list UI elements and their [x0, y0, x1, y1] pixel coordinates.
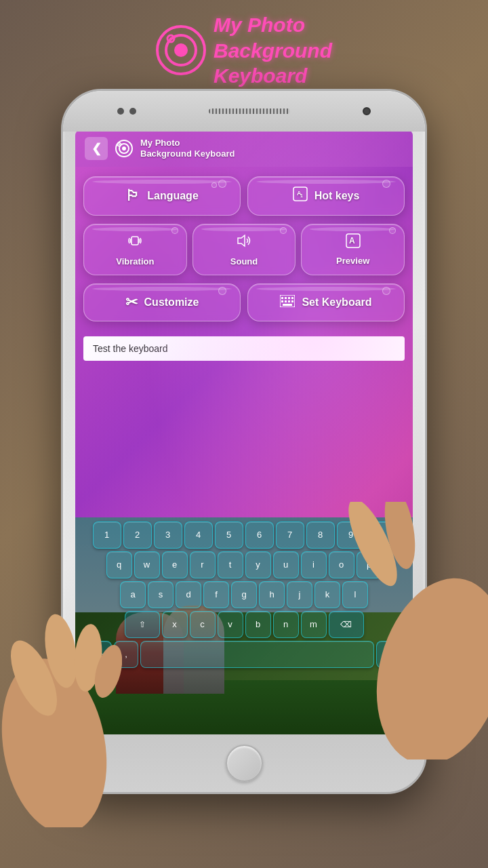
- phone-frame: ❮ My Photo Background Keyboard 🏳: [61, 89, 427, 794]
- svg-rect-18: [281, 297, 283, 299]
- customize-button[interactable]: ✂ Customize: [83, 283, 241, 321]
- key-n[interactable]: n: [273, 611, 299, 638]
- svg-rect-19: [285, 297, 287, 299]
- sound-label: Sound: [230, 256, 258, 267]
- key-m[interactable]: m: [301, 611, 327, 638]
- comma-key[interactable]: ,: [114, 641, 138, 668]
- key-u[interactable]: u: [273, 551, 299, 578]
- space-key[interactable]: [140, 641, 374, 668]
- key-6[interactable]: 6: [245, 521, 274, 549]
- language-button[interactable]: 🏳 Language: [83, 176, 241, 216]
- svg-rect-20: [288, 297, 290, 299]
- camera-dot: [117, 108, 124, 115]
- enter-key[interactable]: ↵: [376, 641, 410, 668]
- key-h[interactable]: h: [259, 581, 285, 608]
- bubble-deco-6: [389, 227, 396, 234]
- preview-button[interactable]: A Preview: [301, 224, 405, 275]
- key-row-asdf: a s d f g h j k l: [78, 581, 410, 608]
- svg-rect-25: [291, 300, 293, 302]
- settings-row-3: ✂ Customize: [83, 283, 405, 321]
- keyboard-area: 1 2 3 4 5 6 7 8 9 0 q w e r t: [75, 517, 413, 734]
- key-7[interactable]: 7: [276, 521, 304, 549]
- svg-marker-14: [238, 235, 245, 246]
- key-f[interactable]: f: [203, 581, 229, 608]
- speaker-grille: [209, 108, 290, 114]
- key-x[interactable]: x: [162, 611, 188, 638]
- test-keyboard-field[interactable]: Test the keyboard: [83, 336, 405, 361]
- sound-button[interactable]: Sound: [192, 224, 296, 275]
- key-c[interactable]: c: [190, 611, 216, 638]
- language-label: Language: [147, 190, 199, 202]
- settings-content: 🏳 Language A 1 Hot keys: [75, 167, 413, 331]
- bubble-deco-3: [382, 180, 390, 188]
- key-q[interactable]: q: [106, 551, 132, 578]
- bubble-deco-8: [382, 287, 390, 295]
- customize-label: Customize: [144, 296, 199, 309]
- key-e[interactable]: e: [162, 551, 188, 578]
- key-o[interactable]: o: [329, 551, 354, 578]
- svg-point-28: [1, 634, 66, 722]
- key-8[interactable]: 8: [306, 521, 335, 549]
- svg-rect-21: [291, 297, 293, 299]
- customize-icon: ✂: [125, 294, 138, 311]
- home-button[interactable]: [226, 745, 263, 782]
- shift-key[interactable]: ⇧: [125, 611, 160, 638]
- phone-bottom: [63, 734, 425, 792]
- settings-row-2: Vibration Sound: [83, 224, 405, 275]
- svg-point-9: [119, 144, 120, 145]
- app-logo-icon: [156, 25, 207, 76]
- symbols-key[interactable]: !@$+: [78, 641, 112, 668]
- key-i[interactable]: i: [301, 551, 327, 578]
- keyboard-rows: 1 2 3 4 5 6 7 8 9 0 q w e r t: [75, 517, 413, 734]
- key-t[interactable]: t: [218, 551, 243, 578]
- settings-title: My Photo Background Keyboard: [140, 138, 235, 159]
- key-s[interactable]: s: [148, 581, 174, 608]
- svg-rect-24: [288, 300, 290, 302]
- back-button[interactable]: ❮: [85, 137, 108, 160]
- key-w[interactable]: w: [134, 551, 160, 578]
- key-r[interactable]: r: [190, 551, 216, 578]
- key-5[interactable]: 5: [215, 521, 243, 549]
- key-row-numbers: 1 2 3 4 5 6 7 8 9 0: [78, 521, 410, 549]
- preview-icon: A: [346, 233, 361, 252]
- bubble-deco: [218, 180, 226, 188]
- app-header: My Photo Background Keyboard: [156, 0, 332, 96]
- backspace-key[interactable]: ⌫: [329, 611, 364, 638]
- bubble-deco-5: [280, 227, 287, 234]
- svg-rect-13: [131, 237, 138, 245]
- front-cam-lens: [363, 107, 371, 115]
- preview-label: Preview: [336, 256, 369, 266]
- key-1[interactable]: 1: [93, 521, 121, 549]
- vibration-button[interactable]: Vibration: [83, 224, 187, 275]
- key-y[interactable]: y: [245, 551, 271, 578]
- key-2[interactable]: 2: [123, 521, 152, 549]
- key-row-qwerty: q w e r t y u i o p: [78, 551, 410, 578]
- key-d[interactable]: d: [176, 581, 201, 608]
- key-b[interactable]: b: [245, 611, 271, 638]
- key-0[interactable]: 0: [367, 521, 396, 549]
- key-l[interactable]: l: [342, 581, 368, 608]
- key-a[interactable]: a: [120, 581, 146, 608]
- key-p[interactable]: p: [357, 551, 382, 578]
- key-4[interactable]: 4: [184, 521, 213, 549]
- hotkeys-label: Hot keys: [314, 190, 360, 202]
- key-j[interactable]: j: [287, 581, 312, 608]
- key-9[interactable]: 9: [337, 521, 365, 549]
- vibration-icon: [127, 233, 143, 253]
- setkeyboard-label: Set Keyboard: [302, 296, 371, 309]
- settings-row-1: 🏳 Language A 1 Hot keys: [83, 176, 405, 216]
- phone-top-bar: [63, 91, 425, 132]
- bubble-deco-4: [171, 227, 178, 234]
- key-k[interactable]: k: [314, 581, 340, 608]
- setkeyboard-icon: [280, 294, 295, 311]
- hotkeys-button[interactable]: A 1 Hot keys: [247, 176, 405, 216]
- key-3[interactable]: 3: [154, 521, 182, 549]
- hotkeys-icon: A 1: [293, 186, 308, 205]
- svg-text:A: A: [349, 236, 355, 245]
- key-g[interactable]: g: [231, 581, 257, 608]
- setkeyboard-button[interactable]: Set Keyboard: [247, 283, 405, 321]
- settings-logo-icon: [115, 139, 134, 158]
- sound-icon: [236, 233, 252, 253]
- key-v[interactable]: v: [218, 611, 243, 638]
- app-title: My Photo Background Keyboard: [214, 12, 332, 89]
